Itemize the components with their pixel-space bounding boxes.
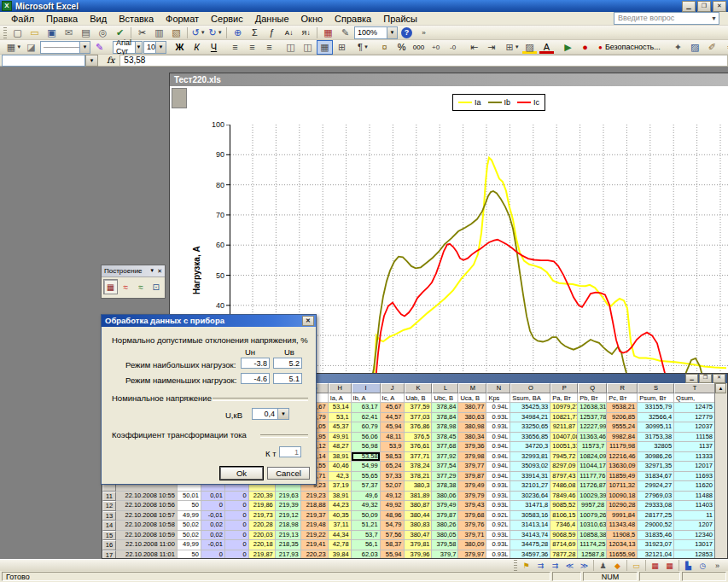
row-header[interactable]: 14 [102, 521, 116, 531]
field-header[interactable]: Psum, Вт [638, 393, 674, 403]
cell[interactable]: 379,98 [458, 452, 486, 463]
cell[interactable]: 34720,3 [510, 442, 550, 452]
table-view-button[interactable]: ▦ [103, 279, 118, 294]
align-center-button[interactable]: ≡ [244, 40, 260, 55]
cell[interactable]: 9206,85 [607, 413, 638, 423]
cell[interactable]: 379,49 [432, 501, 458, 511]
cell[interactable]: 9555,24 [607, 422, 638, 433]
cell[interactable]: 379,87 [432, 511, 458, 521]
overflow-button[interactable]: » [710, 560, 725, 572]
chart-window-title[interactable]: Тест220.xls [170, 73, 728, 86]
cell[interactable]: 34475,28 [510, 540, 550, 550]
cell[interactable]: 22.10.2008 11:01 [116, 550, 178, 559]
max-load-un-input[interactable] [241, 358, 270, 369]
dialog-titlebar[interactable]: Обработка данных с прибора ✕ [102, 315, 316, 327]
diamond-button[interactable]: ◆ [610, 560, 625, 572]
cell[interactable]: 11908,5 [607, 531, 638, 541]
row-header[interactable]: 15 [102, 531, 116, 541]
cell[interactable]: 54,79 [381, 521, 405, 531]
cell[interactable]: 377,29 [432, 472, 458, 482]
cell[interactable]: 218,98 [276, 521, 301, 531]
cell[interactable]: 34597,36 [510, 550, 550, 559]
field-header[interactable]: Kps [486, 393, 510, 403]
cell[interactable]: 377,59 [405, 403, 433, 413]
cell[interactable]: 50 [178, 550, 201, 559]
field-header[interactable]: Ia, A [329, 393, 352, 403]
cell[interactable]: 10979,27 [550, 403, 578, 413]
cell[interactable]: 53,7 [352, 531, 381, 541]
cell[interactable]: 380,77 [458, 403, 486, 413]
cell[interactable]: 379,71 [458, 531, 486, 541]
help-button[interactable]: ? [399, 26, 415, 40]
cell[interactable]: 32121,04 [638, 550, 674, 559]
underline-button[interactable]: Ч [206, 40, 222, 55]
min-load-un-input[interactable] [241, 373, 270, 384]
row-header[interactable]: 13 [102, 511, 116, 521]
cell[interactable]: 37,11 [329, 521, 352, 531]
cell[interactable]: 220,03 [249, 531, 276, 541]
cell[interactable]: 219,86 [249, 501, 276, 511]
cell[interactable]: 57,33 [381, 472, 405, 482]
cell[interactable]: 0.93L [486, 540, 510, 550]
cell[interactable]: 42,3 [329, 472, 352, 482]
cell[interactable]: 7877,28 [550, 550, 578, 559]
cell[interactable]: 32805 [638, 442, 674, 452]
cell[interactable]: 11655,96 [607, 550, 638, 559]
cell[interactable]: 55,65 [352, 472, 381, 482]
cell[interactable]: 0.93L [486, 550, 510, 559]
cell[interactable]: 378,21 [405, 472, 433, 482]
cell[interactable]: 0.93L [486, 492, 510, 502]
scroll-up-icon[interactable]: ▲ [715, 383, 726, 393]
cell[interactable]: 380,34 [458, 433, 486, 443]
cell[interactable]: 49,6 [352, 492, 381, 502]
row-header[interactable]: 16 [102, 540, 116, 550]
cut-button[interactable]: ✂ [134, 26, 150, 40]
cell[interactable]: 379,97 [458, 550, 486, 559]
field-header[interactable]: Pb, Вт [578, 393, 607, 403]
text-direction-button[interactable]: ¶▼ [355, 40, 371, 55]
cell[interactable]: 380,87 [405, 501, 433, 511]
cell[interactable]: 13630,09 [607, 462, 638, 472]
cell[interactable]: 56,98 [352, 442, 381, 452]
cell[interactable]: 380,05 [432, 531, 458, 541]
cell[interactable]: 12537,78 [578, 413, 607, 423]
bold-button[interactable]: Ж [172, 40, 188, 55]
kt-input[interactable] [279, 446, 301, 457]
cell[interactable]: 219,23 [301, 492, 329, 502]
increase-decimal-button[interactable]: +0 [428, 40, 444, 55]
percent-style-button[interactable]: % [393, 40, 410, 55]
column-header-T[interactable]: T [674, 383, 715, 393]
cell[interactable]: 381,89 [405, 492, 433, 502]
cell[interactable]: 0.93L [486, 531, 510, 541]
voltage-select[interactable]: 0,4 ▼ [252, 408, 289, 420]
menu-item-1[interactable]: Файл [5, 13, 40, 25]
cell[interactable]: 30236,64 [510, 492, 550, 502]
overflow-button[interactable]: » [721, 40, 728, 55]
cell[interactable]: 0 [225, 492, 249, 502]
increase-indent-button[interactable]: ⇥ [483, 40, 499, 55]
menu-item-9[interactable]: Справка [329, 13, 377, 25]
cell[interactable]: 58,53 [381, 452, 405, 463]
font-color-button[interactable]: А [539, 40, 555, 55]
column-header-I[interactable]: I [352, 383, 381, 393]
cell[interactable]: 50,09 [352, 511, 381, 521]
cell[interactable]: 32993,81 [510, 452, 550, 463]
cell[interactable]: 378,84 [432, 413, 458, 423]
cell[interactable]: 11174,25 [578, 540, 607, 550]
cell[interactable]: 29000,52 [638, 521, 674, 531]
cell[interactable]: 377,68 [432, 442, 458, 452]
field-header[interactable]: Ssum, BA [510, 393, 550, 403]
cell[interactable]: 0.93L [486, 413, 510, 423]
align-right-button[interactable]: ≡ [261, 40, 277, 55]
export-right-2-button[interactable]: ⇉ [548, 560, 562, 572]
cell[interactable]: 380,98 [458, 422, 486, 433]
cell[interactable]: 378,84 [432, 403, 458, 413]
cell[interactable]: 11363,46 [578, 433, 607, 443]
currency-style-button[interactable]: ¤ [376, 40, 393, 55]
clock-button[interactable]: ◷ [696, 560, 710, 572]
cell[interactable]: 50,01 [178, 492, 201, 502]
cell[interactable]: 380,83 [405, 521, 433, 531]
data-close-button[interactable]: ✕ [713, 374, 725, 383]
cell[interactable]: 0.93L [486, 481, 510, 492]
cell[interactable]: 62,03 [352, 550, 381, 559]
